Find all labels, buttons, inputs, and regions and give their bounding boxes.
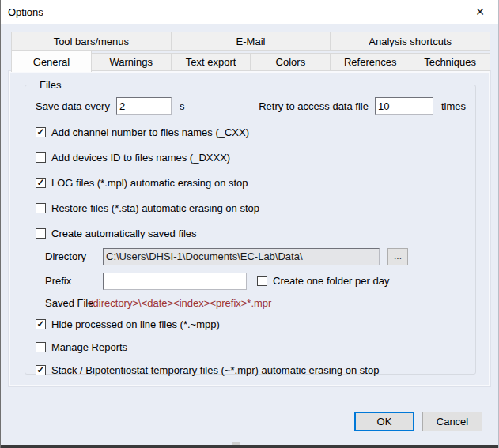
checkbox-label: Restore files (*.sta) automatic erasing …: [51, 202, 259, 214]
directory-row: Directory ...: [36, 247, 466, 265]
tab-row-bottom: General Warnings Text export Colors Refe…: [11, 51, 490, 71]
checkbox-box[interactable]: [257, 276, 267, 286]
checkbox-manage-reports[interactable]: Manage Reports: [36, 339, 466, 355]
prefix-input[interactable]: [103, 273, 247, 290]
save-retry-row: Save data every s Retry to access data f…: [36, 97, 466, 115]
general-tab-panel: Files Save data every s Retry to access …: [9, 71, 490, 386]
directory-label: Directory: [45, 250, 103, 262]
retry-group: Retry to access data file times: [259, 97, 466, 115]
options-dialog: Options ✕ Tool bars/menus E-Mail Analysi…: [0, 0, 499, 448]
checkbox-box[interactable]: ✓: [36, 127, 46, 137]
checkbox-box[interactable]: ✓: [36, 319, 46, 329]
tab-analysis-shortcuts[interactable]: Analysis shortcuts: [331, 32, 490, 51]
checkbox-log-files-erase[interactable]: ✓ LOG files (*.mpl) automatic erasing on…: [36, 175, 466, 190]
saved-file-row: Saved File <directory>\<date><index><pre…: [36, 296, 466, 309]
title-bar: Options ✕: [1, 0, 498, 24]
checkbox-label: Stack / Bipotentiostat temporary files (…: [51, 364, 379, 376]
checkbox-label: LOG files (*.mpl) automatic erasing on s…: [51, 177, 248, 189]
checkbox-restore-files-erase[interactable]: Restore files (*.sta) automatic erasing …: [36, 200, 466, 216]
tab-references[interactable]: References: [331, 53, 410, 71]
save-every-label: Save data every: [36, 100, 110, 112]
checkbox-create-auto-saved-files[interactable]: Create automatically saved files: [36, 225, 466, 241]
cancel-button[interactable]: Cancel: [422, 412, 482, 431]
checkbox-label: Create automatically saved files: [51, 228, 197, 239]
checkbox-label: Create one folder per day: [273, 275, 389, 287]
tab-email[interactable]: E-Mail: [172, 32, 331, 51]
dialog-button-row: OK Cancel: [1, 412, 498, 431]
checkbox-box[interactable]: ✓: [36, 365, 46, 375]
checkbox-box[interactable]: [36, 228, 46, 239]
files-group: Files Save data every s Retry to access …: [25, 79, 476, 375]
checkbox-create-folder-per-day[interactable]: Create one folder per day: [257, 275, 389, 287]
window-title: Options: [1, 6, 43, 18]
checkbox-label: Add devices ID to files names (_DXXX): [51, 152, 230, 164]
prefix-row: Prefix Create one folder per day: [36, 272, 466, 290]
checkmark-icon: ✓: [36, 177, 44, 187]
tab-strip: Tool bars/menus E-Mail Analysis shortcut…: [11, 32, 490, 71]
checkmark-icon: ✓: [36, 126, 44, 137]
tab-general[interactable]: General: [11, 51, 92, 72]
checkbox-label: Add channel number to files names (_CXX): [51, 126, 249, 138]
checkbox-add-channel-number[interactable]: ✓ Add channel number to files names (_CX…: [36, 124, 466, 140]
browse-directory-button[interactable]: ...: [387, 248, 408, 265]
checkmark-icon: ✓: [36, 364, 44, 375]
files-group-legend: Files: [37, 79, 63, 91]
retry-unit: times: [441, 100, 466, 112]
checkbox-add-devices-id[interactable]: Add devices ID to files names (_DXXX): [36, 149, 466, 165]
save-every-input[interactable]: [116, 97, 172, 115]
save-every-unit: s: [180, 100, 185, 112]
checkbox-box[interactable]: [36, 152, 46, 163]
checkbox-box[interactable]: [36, 203, 46, 213]
close-icon[interactable]: ✕: [462, 0, 498, 24]
prefix-label: Prefix: [45, 275, 103, 287]
tab-tool-bars-menus[interactable]: Tool bars/menus: [11, 32, 172, 51]
directory-input: [103, 248, 380, 265]
retry-label: Retry to access data file: [259, 100, 369, 112]
checkbox-label: Manage Reports: [51, 341, 127, 353]
bottom-window-edge: [1, 445, 498, 448]
checkbox-stack-temp-files-erase[interactable]: ✓ Stack / Bipotentiostat temporary files…: [36, 362, 466, 378]
tab-warnings[interactable]: Warnings: [92, 53, 172, 71]
tab-row-top: Tool bars/menus E-Mail Analysis shortcut…: [11, 32, 490, 51]
checkmark-icon: ✓: [36, 318, 44, 329]
ok-button[interactable]: OK: [354, 412, 414, 431]
checkbox-hide-processed-files[interactable]: ✓ Hide processed on line files (*.~mpp): [36, 316, 466, 332]
tab-colors[interactable]: Colors: [251, 53, 331, 71]
checkbox-box[interactable]: [36, 342, 46, 352]
checkbox-label: Hide processed on line files (*.~mpp): [51, 318, 220, 330]
tab-techniques[interactable]: Techniques: [410, 53, 490, 71]
checkbox-box[interactable]: ✓: [36, 178, 46, 188]
tab-text-export[interactable]: Text export: [172, 53, 251, 71]
retry-input[interactable]: [375, 97, 433, 115]
saved-file-pattern: <directory>\<date><index><prefix>*.mpr: [87, 297, 271, 309]
